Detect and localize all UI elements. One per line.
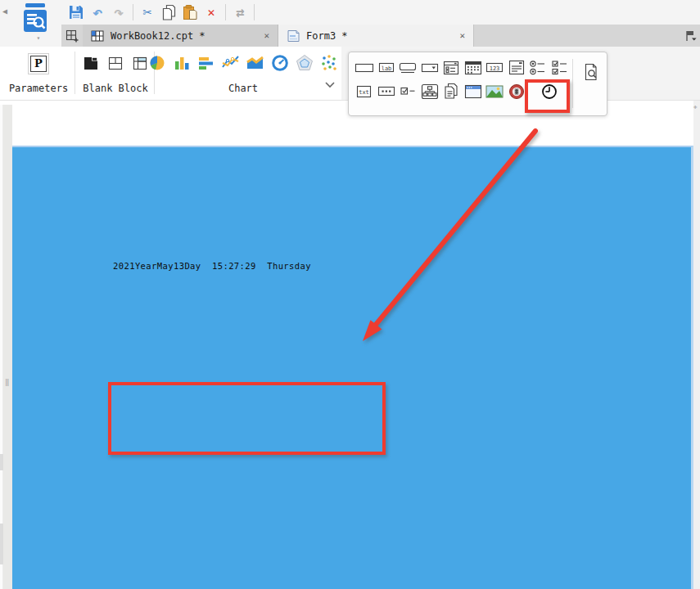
palette-textarea[interactable] (506, 57, 528, 79)
section-label-blank-block: Blank Block (78, 83, 153, 94)
undo-button[interactable]: ↶ (87, 2, 108, 23)
button-icon (397, 58, 418, 78)
textfield-icon (354, 58, 375, 78)
app-logo-icon (21, 2, 56, 35)
area-icon[interactable] (246, 53, 265, 73)
app-menu-area: ◀ ▾ (0, 0, 61, 47)
cut-icon: ✂ (143, 5, 152, 20)
svg-text:123: 123 (490, 65, 500, 72)
palette-multifile[interactable] (440, 81, 463, 102)
combobox-icon (419, 58, 440, 78)
combocheck-icon (440, 58, 462, 78)
form-icon (285, 28, 301, 44)
form-canvas[interactable] (12, 146, 693, 589)
palette-textfield[interactable] (354, 57, 376, 79)
ribbon-separator (75, 52, 75, 94)
time-label-widget[interactable]: 2021YearMay13Day 15:27:29 Thursday (113, 261, 311, 271)
undo-icon: ↶ (93, 4, 102, 20)
multifile-icon (440, 82, 462, 101)
palette-tree[interactable] (419, 81, 441, 102)
quick-toolbar: ↶↷✂✕⇄ (0, 0, 700, 25)
save-button[interactable] (65, 2, 87, 23)
checkbox-icon (397, 82, 418, 101)
paste-button[interactable] (179, 2, 201, 23)
palette-number[interactable]: 123 (484, 57, 506, 79)
line-icon[interactable] (221, 53, 241, 73)
palette-combocheck[interactable] (440, 57, 463, 79)
close-tab-icon[interactable]: ✕ (262, 29, 271, 43)
hbar-icon[interactable] (196, 53, 216, 73)
palette-combobox[interactable] (419, 57, 441, 79)
toolbar-separator (254, 4, 255, 20)
palette-preview-button[interactable] (580, 61, 603, 83)
left-splitter[interactable]: ‖ (3, 105, 12, 589)
label-icon: lab (376, 58, 397, 78)
block-split-icon[interactable] (106, 54, 125, 72)
tab-label: Form3 * (306, 30, 348, 42)
redo-icon: ↷ (114, 4, 124, 20)
bar-icon[interactable] (172, 53, 192, 73)
section-label-chart: Chart (156, 83, 331, 94)
close-tab-icon[interactable]: ✕ (458, 29, 467, 43)
switch-button[interactable]: ⇄ (229, 2, 251, 23)
splitter-handle-icon: ‖ (5, 378, 9, 386)
copy-button[interactable] (158, 2, 179, 23)
collapse-left-icon[interactable]: ◀ (2, 7, 7, 16)
paste-icon (181, 3, 199, 21)
copy-icon (160, 3, 178, 21)
svg-text:lab: lab (381, 65, 391, 72)
text-icon: txt (354, 82, 375, 101)
password-icon (376, 82, 397, 101)
delete-button[interactable]: ✕ (201, 2, 222, 23)
pie-icon[interactable] (147, 53, 167, 73)
checkbox-group-icon (549, 58, 571, 78)
toolbar-separator (133, 4, 133, 20)
image-icon (484, 82, 505, 101)
chevron-down-icon[interactable] (324, 81, 336, 89)
number-icon: 123 (484, 58, 505, 78)
toolbar-buttons: ↶↷✂✕⇄ (65, 0, 258, 25)
section-label-parameters: Parameters (3, 83, 74, 94)
datepicker-icon (463, 58, 484, 78)
preview-icon (580, 62, 602, 82)
palette-iframe[interactable] (463, 81, 485, 102)
palette-password[interactable] (376, 81, 398, 102)
palette-label[interactable]: lab (376, 57, 398, 79)
palette-radio-group[interactable] (527, 57, 549, 79)
cut-button[interactable]: ✂ (137, 2, 158, 23)
video-icon (506, 82, 527, 101)
expand-panel-icon[interactable]: ✚ (693, 103, 698, 110)
tab-workbook12[interactable]: WorkBook12.cpt * ✕ (83, 25, 278, 47)
ribbon-section-parameters[interactable]: P Parameters (3, 47, 74, 100)
app-menu-caret-icon: ▾ (21, 36, 56, 41)
palette-checkbox[interactable] (397, 81, 419, 102)
palette-button[interactable] (397, 57, 419, 79)
app-menu-button[interactable]: ▾ (21, 2, 56, 45)
ribbon-section-chart[interactable]: Chart (156, 47, 331, 100)
palette-image[interactable] (484, 81, 506, 102)
switch-icon: ⇄ (236, 6, 244, 20)
tab-label: WorkBook12.cpt * (111, 30, 205, 42)
gauge-icon[interactable] (270, 53, 290, 73)
save-icon (67, 3, 85, 21)
delete-icon: ✕ (207, 6, 215, 19)
palette-text[interactable]: txt (354, 81, 376, 102)
annotation-highlight-clock-widget (525, 79, 570, 113)
svg-text:txt: txt (359, 89, 369, 96)
block-solid-icon[interactable] (81, 54, 101, 72)
radar-icon[interactable] (295, 53, 314, 73)
parameters-icon[interactable]: P (30, 55, 47, 72)
palette-separator (572, 59, 573, 108)
palette-checkbox-group[interactable] (549, 57, 571, 79)
toolbar-separator (225, 4, 226, 20)
radio-group-icon (527, 58, 549, 78)
ribbon-section-blank-block[interactable]: Blank Block (78, 47, 153, 100)
tab-overflow-icon[interactable] (684, 29, 698, 43)
new-template-icon[interactable] (61, 25, 83, 47)
textarea-icon (506, 58, 527, 78)
redo-button[interactable]: ↷ (108, 2, 129, 23)
palette-datepicker[interactable] (463, 57, 485, 79)
scatter-icon[interactable] (319, 53, 339, 73)
tab-form3[interactable]: Form3 * ✕ (278, 25, 474, 47)
annotation-highlight-time-label (108, 382, 386, 455)
